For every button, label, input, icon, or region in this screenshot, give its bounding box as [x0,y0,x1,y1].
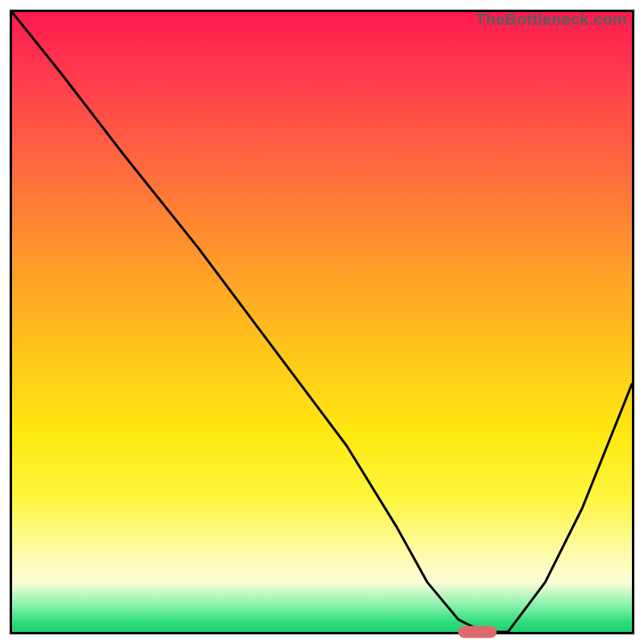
optimal-marker [458,626,497,638]
watermark-text: TheBottleneck.com [476,10,627,29]
chart-frame: TheBottleneck.com [10,10,634,634]
heatmap-gradient [12,12,632,632]
